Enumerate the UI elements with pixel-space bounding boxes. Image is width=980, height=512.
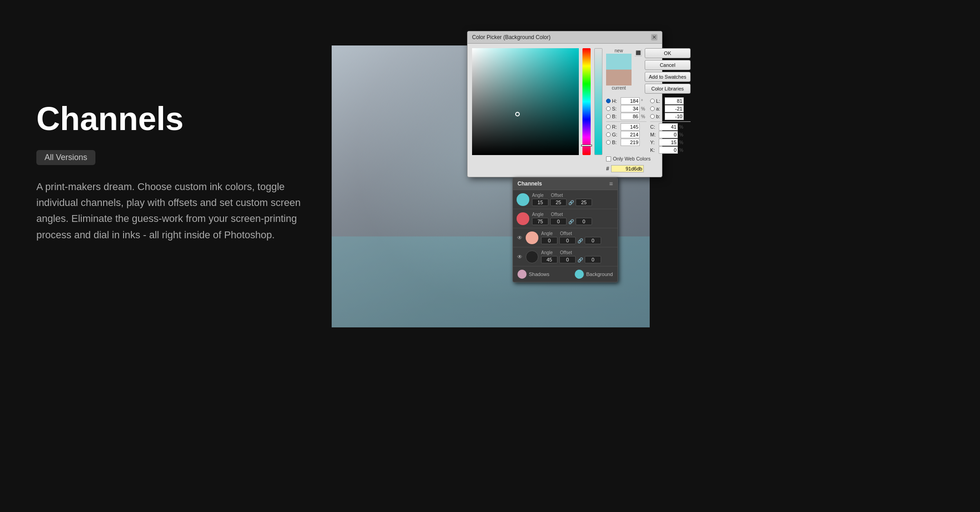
angle-input-3[interactable] <box>541 256 557 263</box>
l-input[interactable] <box>665 97 684 105</box>
visibility-icon-2[interactable]: 👁 <box>517 235 523 241</box>
r-label: R: <box>612 124 619 130</box>
hex-input[interactable] <box>611 165 644 172</box>
h-label: H: <box>612 98 619 104</box>
angle-label-0: Angle <box>532 193 544 198</box>
b2-label: B: <box>612 140 619 145</box>
b3-input[interactable] <box>665 113 684 120</box>
s-radio[interactable] <box>606 106 611 111</box>
left-content-area: Channels All Versions A print-makers dre… <box>36 100 309 243</box>
l-field-row: L: <box>650 97 691 105</box>
spectrum-cursor <box>515 112 520 116</box>
shadows-swatch[interactable] <box>517 270 527 279</box>
version-badge[interactable]: All Versions <box>36 150 95 165</box>
g-radio[interactable] <box>606 132 611 137</box>
swatch-new[interactable] <box>606 54 632 70</box>
channel-info-1: Angle Offset 🔗 <box>532 212 614 225</box>
channel-swatch-1[interactable] <box>517 212 529 225</box>
k-unit: % <box>679 148 685 153</box>
angle-label-3: Angle <box>541 250 553 255</box>
color-spectrum[interactable] <box>472 48 579 155</box>
dialog-titlebar: Color Picker (Background Color) ✕ <box>468 31 662 44</box>
offset-label-2: Offset <box>560 231 572 236</box>
hue-slider[interactable] <box>582 48 591 155</box>
g-input[interactable] <box>621 131 640 138</box>
only-web-checkbox[interactable] <box>606 156 611 161</box>
shadows-label: Shadows <box>529 271 549 277</box>
b2-input[interactable] <box>621 139 640 146</box>
g-label: G: <box>612 132 619 137</box>
link-icon-2: 🔗 <box>577 238 583 243</box>
channel-inputs-2: 🔗 <box>541 237 614 244</box>
b2-radio[interactable] <box>606 140 611 145</box>
cancel-button[interactable]: Cancel <box>645 60 691 70</box>
dialog-buttons: OK Cancel Add to Swatches Color Librarie… <box>645 48 691 94</box>
page-title: Channels <box>36 100 309 137</box>
b3-radio[interactable] <box>650 114 655 119</box>
channel-labels-1: Angle Offset <box>532 212 614 217</box>
color-libraries-button[interactable]: Color Libraries <box>645 84 691 94</box>
channels-header: Channels ≡ <box>513 178 617 190</box>
only-web-row: Only Web Colors <box>606 156 691 161</box>
dialog-body: new current 🔳 OK Cancel Add to Swatches … <box>468 44 662 177</box>
link-icon-0: 🔗 <box>568 200 574 205</box>
description: A print-makers dream. Choose custom ink … <box>36 179 309 243</box>
offset-input1-2[interactable] <box>559 237 576 244</box>
channel-swatch-2[interactable] <box>526 231 538 244</box>
r-radio[interactable] <box>606 125 611 129</box>
alpha-slider[interactable] <box>594 48 602 155</box>
background-swatch[interactable] <box>575 270 584 279</box>
m-unit: % <box>679 132 685 137</box>
y-input[interactable] <box>659 139 678 146</box>
b-radio[interactable] <box>606 114 611 119</box>
visibility-icon-3[interactable]: 👁 <box>517 254 523 260</box>
offset-input2-3[interactable] <box>585 256 601 263</box>
s-input[interactable] <box>621 105 640 112</box>
m-input[interactable] <box>659 131 678 138</box>
c-label: C: <box>650 124 657 130</box>
swatch-current[interactable] <box>606 70 632 85</box>
a-input[interactable] <box>665 105 684 112</box>
b-input[interactable] <box>621 113 640 120</box>
background-label: Background <box>586 271 613 277</box>
h-field-row: H: ° <box>606 97 647 105</box>
c-field-row: C: % <box>650 123 691 131</box>
offset-input1-0[interactable] <box>550 199 567 206</box>
k-input[interactable] <box>659 146 678 154</box>
y-label: Y: <box>650 140 657 145</box>
r-input[interactable] <box>621 123 640 131</box>
offset-input2-1[interactable] <box>576 218 592 225</box>
add-to-swatches-button[interactable]: Add to Swatches <box>645 72 691 82</box>
eyedropper-icon[interactable]: 🔳 <box>634 49 642 56</box>
angle-input-2[interactable] <box>541 237 557 244</box>
offset-input2-2[interactable] <box>585 237 601 244</box>
b-unit: % <box>641 114 647 119</box>
shadows-item: Shadows <box>517 270 549 279</box>
channel-swatch-0[interactable] <box>517 193 529 206</box>
a-radio[interactable] <box>650 106 655 111</box>
l-radio[interactable] <box>650 99 655 103</box>
s-field-row: S: % <box>606 105 647 112</box>
h-radio[interactable] <box>606 99 611 103</box>
channel-swatch-3[interactable] <box>526 251 538 263</box>
offset-input1-1[interactable] <box>550 218 567 225</box>
link-icon-3: 🔗 <box>577 257 583 262</box>
channel-info-0: Angle Offset 🔗 <box>532 193 614 206</box>
offset-input1-3[interactable] <box>559 256 576 263</box>
a-label: a: <box>656 106 663 111</box>
offset-input2-0[interactable] <box>576 199 592 206</box>
b3-label: b: <box>656 114 663 119</box>
swatch-current-label: current <box>606 85 632 90</box>
k-field-row: K: % <box>650 146 691 154</box>
dialog-close-button[interactable]: ✕ <box>651 34 657 40</box>
s-unit: % <box>641 106 647 111</box>
angle-input-1[interactable] <box>532 218 548 225</box>
h-input[interactable] <box>621 97 640 105</box>
color-fields: H: ° S: % B: % <box>606 97 691 154</box>
ok-button[interactable]: OK <box>645 48 691 58</box>
angle-input-0[interactable] <box>532 199 548 206</box>
c-input[interactable] <box>659 123 678 131</box>
channel-labels-0: Angle Offset <box>532 193 614 198</box>
lab-cmyk-column: L: a: b: C: <box>650 97 691 154</box>
channels-menu-button[interactable]: ≡ <box>609 180 613 187</box>
